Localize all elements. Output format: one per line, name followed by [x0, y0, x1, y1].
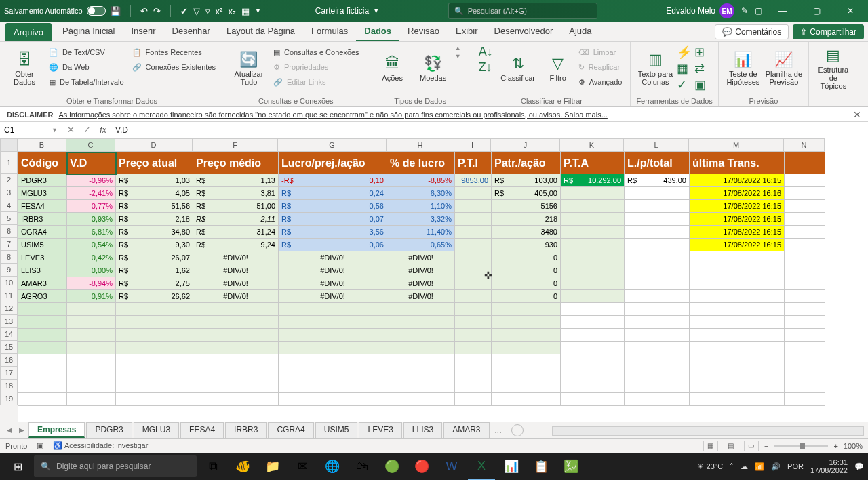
- cell[interactable]: 0: [492, 277, 561, 290]
- cell[interactable]: [279, 342, 387, 354]
- cell[interactable]: [785, 329, 825, 342]
- cell[interactable]: [455, 264, 492, 277]
- cell[interactable]: [785, 277, 825, 290]
- cancel-icon[interactable]: ✕: [62, 125, 79, 135]
- cell[interactable]: [561, 226, 625, 239]
- cell[interactable]: 11,40%: [387, 226, 455, 239]
- sheet-tab-empresas[interactable]: Empresas: [28, 422, 85, 438]
- relationships-icon[interactable]: ⇄: [694, 61, 706, 76]
- cell[interactable]: [455, 187, 492, 200]
- cell[interactable]: [785, 251, 825, 264]
- sheet-nav-next[interactable]: ▶: [16, 426, 27, 434]
- chrome-icon[interactable]: 🟢: [378, 453, 406, 480]
- zoom-in[interactable]: +: [833, 442, 837, 450]
- tab-inserir[interactable]: Inserir: [123, 22, 163, 41]
- filter-icon[interactable]: ▿: [205, 6, 210, 16]
- recent-sources[interactable]: 📋Fontes Recentes: [130, 45, 218, 60]
- cell[interactable]: [690, 367, 785, 380]
- cell[interactable]: 17/08/2022 16:15: [690, 239, 785, 251]
- row-header-19[interactable]: 19: [0, 392, 18, 405]
- pen-icon[interactable]: ✎: [741, 6, 748, 16]
- cell[interactable]: [279, 303, 387, 316]
- cell[interactable]: 3480: [492, 226, 561, 239]
- cell[interactable]: [193, 393, 279, 406]
- cell[interactable]: [67, 393, 116, 406]
- cell[interactable]: [561, 187, 625, 200]
- select-all-corner[interactable]: [0, 138, 18, 152]
- cell[interactable]: [625, 316, 690, 329]
- cell[interactable]: R$4,05: [116, 187, 193, 200]
- cell[interactable]: [785, 367, 825, 380]
- sheet-tab-leve3[interactable]: LEVE3: [359, 422, 401, 438]
- tab-desenhar[interactable]: Desenhar: [164, 22, 218, 41]
- cell[interactable]: 17/08/2022 16:15: [690, 200, 785, 213]
- excel-icon[interactable]: X: [468, 453, 495, 480]
- opera-icon[interactable]: 🔴: [408, 453, 435, 480]
- cell[interactable]: #DIV/0!: [193, 277, 279, 290]
- cell[interactable]: 6,81%: [67, 226, 116, 239]
- cell[interactable]: 1,10%: [387, 200, 455, 213]
- cell[interactable]: [193, 354, 279, 367]
- cell[interactable]: [625, 200, 690, 213]
- cell[interactable]: R$1,13: [193, 174, 279, 187]
- cell[interactable]: AGRO3: [18, 290, 67, 303]
- cell[interactable]: [785, 354, 825, 367]
- existing-conn[interactable]: 🔗Conexões Existentes: [130, 60, 218, 75]
- cell[interactable]: [455, 303, 492, 316]
- cell[interactable]: R$9,24: [193, 239, 279, 251]
- cell[interactable]: -8,94%: [67, 277, 116, 290]
- cell[interactable]: 0,54%: [67, 239, 116, 251]
- cell[interactable]: R$26,07: [116, 251, 193, 264]
- queries-conn[interactable]: ▤Consultas e Conexões: [271, 45, 362, 60]
- row-header-8[interactable]: 8: [0, 251, 18, 264]
- cell[interactable]: [387, 367, 455, 380]
- cell[interactable]: [561, 303, 625, 316]
- cell[interactable]: 0,93%: [67, 213, 116, 226]
- close-button[interactable]: ✕: [837, 0, 864, 22]
- macro-icon[interactable]: ▣: [37, 441, 43, 450]
- cell[interactable]: [18, 393, 67, 406]
- cell[interactable]: [116, 303, 193, 316]
- cell[interactable]: Lucro/prej./ação: [279, 152, 387, 174]
- zoom-level[interactable]: 100%: [844, 442, 863, 450]
- tab-desenvolvedor[interactable]: Desenvolvedor: [486, 22, 561, 41]
- explorer-icon[interactable]: 📁: [259, 453, 286, 480]
- validation-icon[interactable]: ✓: [677, 77, 692, 92]
- cell[interactable]: -2,41%: [67, 187, 116, 200]
- refresh-all-button[interactable]: 🔄Atualizar Tudo: [230, 45, 268, 92]
- cell[interactable]: [690, 277, 785, 290]
- row-header-11[interactable]: 11: [0, 289, 18, 302]
- sort-button[interactable]: ⇅Classificar: [496, 45, 540, 92]
- normal-view-icon[interactable]: ▦: [703, 441, 718, 451]
- user-account[interactable]: Edvaldo Melo EM: [666, 3, 734, 18]
- cell[interactable]: [455, 239, 492, 251]
- cell[interactable]: 0,42%: [67, 251, 116, 264]
- row-header-2[interactable]: 2: [0, 174, 18, 186]
- forecast-button[interactable]: 📈Planilha de Previsão: [765, 45, 803, 92]
- cell[interactable]: 0: [492, 290, 561, 303]
- wifi-icon[interactable]: 📶: [755, 462, 764, 471]
- cell[interactable]: [561, 316, 625, 329]
- tab-layout-da-página[interactable]: Layout da Página: [218, 22, 303, 41]
- cell[interactable]: [785, 380, 825, 393]
- share-button[interactable]: ⇪Compartilhar: [793, 24, 864, 39]
- cell[interactable]: [193, 329, 279, 342]
- row-header-14[interactable]: 14: [0, 328, 18, 341]
- cell[interactable]: R$0,24: [279, 187, 387, 200]
- cell[interactable]: R$3,81: [193, 187, 279, 200]
- cell[interactable]: PDGR3: [18, 174, 67, 187]
- row-header-1[interactable]: 1: [0, 152, 18, 174]
- cell[interactable]: #DIV/0!: [193, 251, 279, 264]
- cell[interactable]: #DIV/0!: [279, 251, 387, 264]
- cell[interactable]: [785, 200, 825, 213]
- from-table[interactable]: ▦De Tabela/Intervalo: [46, 75, 127, 89]
- sheet-tab-mglu3[interactable]: MGLU3: [134, 422, 179, 438]
- page-layout-icon[interactable]: ▤: [724, 441, 738, 451]
- dropdown-icon[interactable]: ▼: [255, 7, 261, 14]
- cell[interactable]: [690, 303, 785, 316]
- sheet-tab-amar3[interactable]: AMAR3: [443, 422, 489, 438]
- tray-chevron-icon[interactable]: ˄: [730, 462, 734, 471]
- col-header-M[interactable]: M: [689, 138, 784, 152]
- cell[interactable]: [67, 354, 116, 367]
- cell[interactable]: % de lucro: [387, 152, 455, 174]
